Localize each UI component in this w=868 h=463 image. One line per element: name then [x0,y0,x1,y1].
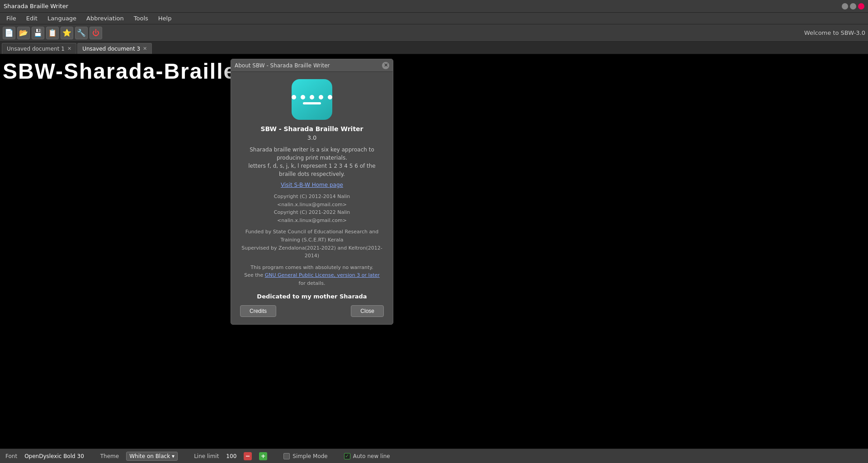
font-label: Font [5,453,17,459]
theme-label: Theme [100,453,119,459]
gpl-prefix: See the [244,272,263,278]
quit-button[interactable]: ⏻ [90,27,102,39]
app-icon [292,79,332,120]
warranty-text: This program comes with absolutely no wa… [240,264,384,288]
simple-mode-label: Simple Mode [292,453,327,459]
menu-tools[interactable]: Tools [129,14,153,23]
dialog-title: About SBW - Sharada Braille Writer [235,62,330,69]
menu-language[interactable]: Language [43,14,81,23]
copyright-text: Copyright (C) 2012-2014 Nalin <nalin.x.l… [240,193,384,224]
dialog-overlay: About SBW - Sharada Braille Writer ✕ SBW… [0,54,868,449]
braille-bar [303,102,321,104]
tab-0-label: Unsaved document 1 [7,46,65,52]
dropdown-arrow-icon: ▾ [172,453,175,459]
tab-1[interactable]: Unsaved document 3 ✕ [77,43,152,54]
funded-text: Funded by State Council of Educational R… [240,228,384,260]
auto-newline-checkbox[interactable]: ✓ [344,453,350,459]
font-value: OpenDyslexic Bold 30 [24,453,84,459]
app-title: Sharada Braille Writer [4,3,68,9]
menu-abbreviation[interactable]: Abbreviation [82,14,128,23]
save-as-button[interactable]: 📋 [46,27,59,39]
dialog-buttons: Credits Close [240,305,384,319]
title-bar: Sharada Braille Writer [0,0,868,13]
main-content[interactable]: SBW-Sharada-Braille-Writer About SBW - S… [0,54,868,449]
tab-1-label: Unsaved document 3 [82,46,140,52]
dot-5 [328,95,332,99]
simple-mode-container: Simple Mode [283,453,327,459]
line-limit-value: 100 [226,453,236,459]
line-limit-label: Line limit [194,453,219,459]
toolbar: 📄 📂 💾 📋 ⭐ 🔧 ⏻ Welcome to SBW-3.0 [0,24,868,42]
simple-mode-checkbox[interactable] [283,453,290,459]
minimize-button[interactable] [842,3,848,9]
app-name: SBW - Sharada Braille Writer [261,125,363,132]
auto-newline-label: Auto new line [353,453,390,459]
auto-newline-container: ✓ Auto new line [344,453,390,459]
close-dialog-button[interactable]: Close [351,305,384,317]
line-limit-increase-button[interactable]: + [259,452,267,460]
status-bar: Font OpenDyslexic Bold 30 Theme White on… [0,449,868,463]
dialog-body: SBW - Sharada Braille Writer 3.0 Sharada… [231,72,393,324]
dialog-close-x-button[interactable]: ✕ [382,62,389,69]
window-controls [842,3,864,9]
tabs-bar: Unsaved document 1 ✕ Unsaved document 3 … [0,42,868,54]
save-button[interactable]: 💾 [32,27,44,39]
dot-4 [319,95,323,99]
theme-value: White on Black [129,453,170,459]
app-version: 3.0 [307,134,317,141]
dedicated-text: Dedicated to my mother Sharada [257,293,367,300]
maximize-button[interactable] [850,3,856,9]
about-dialog: About SBW - Sharada Braille Writer ✕ SBW… [231,59,393,325]
braille-dots-top [292,95,332,99]
visit-link[interactable]: Visit S-B-W Home page [281,182,343,188]
menu-file[interactable]: File [2,14,21,23]
close-window-button[interactable] [858,3,864,9]
gpl-suffix: for details. [299,280,326,286]
gpl-link[interactable]: GNU General Public License, version 3 or… [265,272,380,278]
dot-3 [310,95,314,99]
credits-button[interactable]: Credits [240,305,276,317]
copyright-1: Copyright (C) 2012-2014 Nalin <nalin.x.l… [274,194,350,208]
menu-bar: File Edit Language Abbreviation Tools He… [0,13,868,24]
dialog-titlebar: About SBW - Sharada Braille Writer ✕ [231,59,393,72]
open-button[interactable]: 📂 [17,27,30,39]
line-limit-decrease-button[interactable]: − [244,452,252,460]
tab-0-close[interactable]: ✕ [67,46,71,52]
menu-edit[interactable]: Edit [22,14,42,23]
bookmark-button[interactable]: ⭐ [61,27,73,39]
tools-button[interactable]: 🔧 [75,27,88,39]
tab-1-close[interactable]: ✕ [143,46,147,52]
dot-2 [301,95,305,99]
font-size: 30 [77,453,84,459]
copyright-2: Copyright (C) 2021-2022 Nalin <nalin.x.l… [274,209,350,223]
warranty-label: This program comes with absolutely no wa… [250,265,373,270]
app-description: Sharada braille writer is a six key appr… [240,146,384,178]
dot-1 [292,95,296,99]
welcome-message: Welcome to SBW-3.0 [804,29,865,36]
theme-dropdown[interactable]: White on Black ▾ [126,452,178,461]
new-button[interactable]: 📄 [3,27,15,39]
font-name: OpenDyslexic Bold [24,453,75,459]
menu-help[interactable]: Help [154,14,176,23]
tab-0[interactable]: Unsaved document 1 ✕ [2,43,76,54]
